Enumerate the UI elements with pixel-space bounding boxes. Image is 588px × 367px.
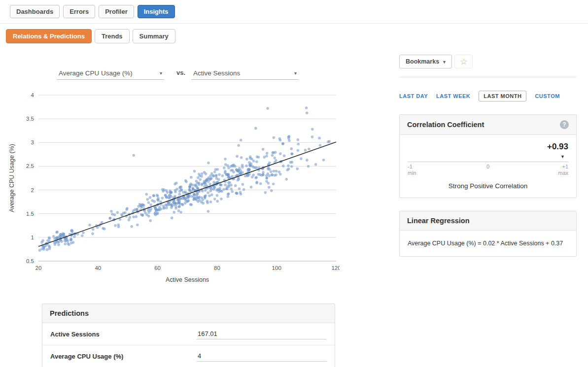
time-range-custom[interactable]: CUSTOM (535, 93, 559, 99)
prediction-row-cpu-usage: Average CPU Usage (%) (42, 345, 335, 367)
time-range-last-week[interactable]: LAST WEEK (436, 93, 470, 99)
y-metric-label: Average CPU Usage (%) (59, 69, 133, 77)
svg-text:Active Sessions: Active Sessions (166, 276, 209, 283)
prediction-row-active-sessions: Active Sessions (42, 323, 335, 345)
star-icon: ☆ (460, 57, 467, 67)
correlation-marker: ▼ (560, 154, 565, 159)
chevron-down-icon: ▾ (294, 70, 297, 76)
correlation-scale-line (408, 162, 568, 162)
time-range-selector: LAST DAY LAST WEEK LAST MONTH CUSTOM (399, 91, 560, 101)
top-nav: Dashboards Errors Profiler Insights (10, 5, 175, 18)
correlation-card-header: Correlation Coefficient ? (400, 115, 576, 135)
y-metric-select[interactable]: Average CPU Usage (%) ▾ (57, 67, 164, 80)
predictions-card: Predictions Active Sessions Average CPU … (42, 303, 335, 367)
time-range-last-day[interactable]: LAST DAY (399, 93, 428, 99)
x-metric-select[interactable]: Active Sessions ▾ (191, 67, 299, 80)
nav-tab-errors[interactable]: Errors (63, 5, 95, 18)
chevron-down-icon: ▾ (160, 70, 162, 76)
bookmark-star-button[interactable]: ☆ (454, 55, 473, 68)
x-metric-label: Active Sessions (193, 69, 240, 77)
bookmarks-label: Bookmarks (406, 58, 439, 65)
tab-summary[interactable]: Summary (133, 29, 175, 43)
linear-regression-title: Linear Regression (407, 217, 470, 225)
cpu-usage-input[interactable] (197, 351, 327, 362)
tab-trends[interactable]: Trends (95, 29, 130, 43)
svg-text:1: 1 (31, 234, 34, 240)
scale-mid-label: 0 (486, 164, 489, 170)
svg-text:20: 20 (35, 265, 42, 271)
svg-text:80: 80 (214, 265, 220, 271)
scatter-plot: 0.511.522.533.5420406080100120Active Ses… (7, 88, 340, 287)
active-sessions-input[interactable] (197, 329, 327, 339)
correlation-card-body: +0.93 ▼ -1 min 0 +1 max Strong Positive … (400, 135, 576, 198)
bookmarks-dropdown[interactable]: Bookmarks ▾ (399, 55, 452, 68)
prediction-label: Active Sessions (50, 331, 197, 338)
metric-selector-row: Average CPU Usage (%) ▾ vs. Active Sessi… (57, 67, 299, 80)
vs-label: vs. (176, 69, 185, 76)
bookmarks-row: Bookmarks ▾ ☆ (399, 55, 473, 68)
nav-tab-insights[interactable]: Insights (138, 5, 175, 18)
svg-text:60: 60 (154, 265, 161, 271)
predictions-title: Predictions (50, 309, 89, 317)
nav-tab-profiler[interactable]: Profiler (99, 5, 134, 18)
time-range-last-month[interactable]: LAST MONTH (479, 91, 526, 101)
predictions-header: Predictions (42, 304, 335, 323)
linear-regression-formula: Average CPU Usage (%) = 0.02 * Active Se… (400, 231, 576, 256)
correlation-scale: +0.93 ▼ -1 min 0 +1 max (408, 142, 568, 174)
svg-text:3: 3 (31, 139, 34, 145)
svg-text:120: 120 (331, 265, 340, 271)
insights-subtabs: Relations & Predictions Trends Summary (6, 29, 175, 43)
scale-min-label: -1 min (408, 164, 416, 176)
nav-tab-dashboards[interactable]: Dashboards (10, 5, 60, 18)
svg-text:1.5: 1.5 (26, 211, 34, 217)
insights-page: Dashboards Errors Profiler Insights Rela… (0, 0, 588, 367)
svg-text:40: 40 (95, 265, 101, 271)
correlation-coefficient-card: Correlation Coefficient ? +0.93 ▼ -1 min… (399, 114, 577, 198)
svg-text:4: 4 (31, 92, 35, 98)
prediction-label: Average CPU Usage (%) (50, 353, 197, 360)
linear-regression-card: Linear Regression Average CPU Usage (%) … (399, 211, 577, 257)
svg-text:100: 100 (272, 265, 281, 271)
tab-relations-predictions[interactable]: Relations & Predictions (6, 29, 92, 43)
svg-text:2.5: 2.5 (26, 163, 34, 169)
linear-regression-header: Linear Regression (400, 211, 576, 231)
chevron-down-icon: ▾ (443, 59, 446, 65)
correlation-description: Strong Positive Correlation (408, 182, 568, 190)
svg-text:Average CPU Usage (%): Average CPU Usage (%) (8, 144, 15, 212)
scatter-chart-svg: 0.511.522.533.5420406080100120Active Ses… (7, 88, 340, 285)
svg-text:0.5: 0.5 (26, 258, 34, 264)
help-icon[interactable]: ? (560, 120, 569, 129)
svg-text:3.5: 3.5 (26, 116, 34, 122)
correlation-card-title: Correlation Coefficient (407, 121, 484, 129)
svg-text:2: 2 (31, 187, 34, 193)
correlation-value: +0.93 (547, 142, 568, 152)
nav-divider (0, 23, 588, 24)
scale-max-label: +1 max (558, 164, 568, 176)
sidebar-divider (399, 77, 577, 77)
